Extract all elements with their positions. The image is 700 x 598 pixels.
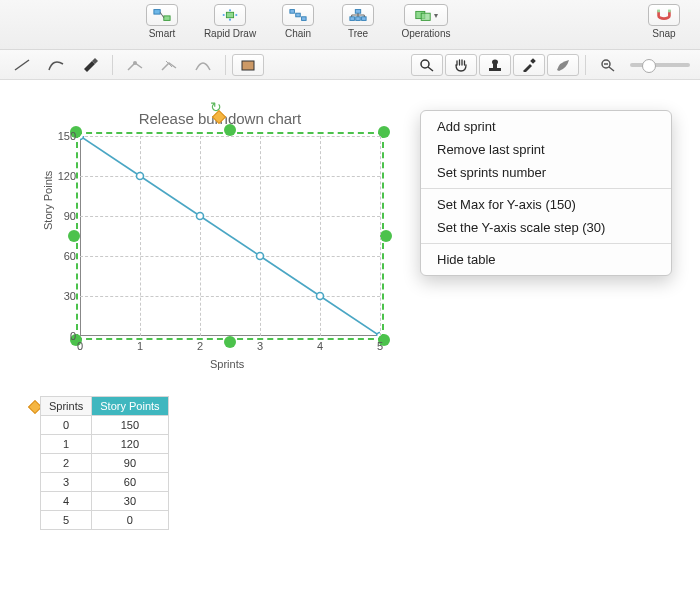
svg-line-21	[15, 60, 29, 70]
svg-rect-8	[290, 10, 295, 14]
smart-label: Smart	[132, 28, 192, 39]
table-row: 430	[41, 492, 169, 511]
x-axis-label: Sprints	[210, 358, 244, 370]
selection-handle-icon[interactable]	[224, 336, 236, 348]
svg-point-35	[137, 173, 144, 180]
rapid-label: Rapid Draw	[192, 28, 268, 39]
x-tick: 5	[377, 340, 383, 352]
table-row: 50	[41, 511, 169, 530]
menu-hide-table[interactable]: Hide table	[421, 248, 671, 271]
table-header-sprints[interactable]: Sprints	[41, 397, 92, 416]
menu-set-sprints-number[interactable]: Set sprints number	[421, 161, 671, 184]
y-tick: 120	[52, 170, 76, 182]
y-tick: 30	[52, 290, 76, 302]
svg-rect-13	[356, 17, 361, 21]
svg-point-4	[223, 14, 225, 16]
canvas-area[interactable]: ↻ Release burndown chart Story Points Sp…	[0, 80, 700, 598]
pen-tool-icon[interactable]	[74, 54, 106, 76]
table-row: 0150	[41, 416, 169, 435]
operations-button[interactable]: ▾ Operations	[388, 4, 464, 39]
svg-rect-1	[164, 16, 170, 21]
svg-rect-19	[657, 10, 660, 13]
curve-tool-icon[interactable]	[40, 54, 72, 76]
eyedropper-tool-icon[interactable]	[513, 54, 545, 76]
svg-rect-18	[421, 13, 430, 20]
svg-point-29	[492, 59, 498, 64]
x-tick: 0	[77, 340, 83, 352]
x-tick: 4	[317, 340, 323, 352]
svg-point-34	[80, 136, 84, 140]
operations-label: Operations	[388, 28, 464, 39]
svg-point-5	[235, 14, 237, 16]
edit-segment-icon[interactable]	[187, 54, 219, 76]
svg-point-38	[317, 293, 324, 300]
chain-button[interactable]: Chain	[268, 4, 328, 39]
y-tick: 0	[52, 330, 76, 342]
menu-remove-sprint[interactable]: Remove last sprint	[421, 138, 671, 161]
edit-point-remove-icon[interactable]	[153, 54, 185, 76]
selection-handle-icon[interactable]	[68, 230, 80, 242]
pan-tool-icon[interactable]	[445, 54, 477, 76]
svg-point-36	[197, 213, 204, 220]
table-row: 1120	[41, 435, 169, 454]
selection-handle-icon[interactable]	[224, 124, 236, 136]
main-toolbar: Smart Rapid Draw Chain Tree ▾ Operations…	[0, 0, 700, 50]
svg-point-22	[133, 61, 137, 65]
plot-area[interactable]: 0 1 2 3 4 5 0 30 60 90 120 150	[80, 136, 380, 336]
svg-line-26	[428, 67, 433, 71]
svg-rect-12	[350, 17, 355, 21]
svg-rect-14	[362, 17, 367, 21]
svg-line-33	[609, 67, 614, 71]
svg-point-25	[421, 60, 429, 68]
snap-button[interactable]: Snap	[636, 4, 692, 39]
fill-tool-icon[interactable]	[232, 54, 264, 76]
zoom-tool-icon[interactable]	[411, 54, 443, 76]
x-tick: 2	[197, 340, 203, 352]
tree-label: Tree	[328, 28, 388, 39]
zoom-out-icon[interactable]	[592, 54, 624, 76]
svg-rect-3	[226, 12, 233, 17]
line-tool-icon[interactable]	[6, 54, 38, 76]
svg-point-39	[377, 333, 381, 337]
stamp-tool-icon[interactable]	[479, 54, 511, 76]
svg-point-7	[229, 19, 231, 21]
svg-rect-20	[668, 10, 671, 13]
menu-set-y-max[interactable]: Set Max for Y-axis (150)	[421, 193, 671, 216]
chain-label: Chain	[268, 28, 328, 39]
chart-data-table[interactable]: Sprints Story Points 0150 1120 290 360 4…	[40, 396, 169, 530]
burndown-chart[interactable]: ↻ Release burndown chart Story Points Sp…	[30, 100, 410, 380]
x-tick: 3	[257, 340, 263, 352]
menu-set-y-step[interactable]: Set the Y-axis scale step (30)	[421, 216, 671, 239]
selection-handle-icon[interactable]	[380, 230, 392, 242]
svg-rect-24	[242, 61, 254, 70]
burndown-series	[80, 136, 380, 336]
svg-point-6	[229, 9, 231, 11]
smart-button[interactable]: Smart	[132, 4, 192, 39]
svg-rect-30	[530, 58, 536, 64]
chart-title: Release burndown chart	[30, 110, 410, 127]
y-tick: 60	[52, 250, 76, 262]
table-row: 360	[41, 473, 169, 492]
y-tick: 150	[52, 130, 76, 142]
menu-separator	[421, 188, 671, 189]
edit-point-add-icon[interactable]	[119, 54, 151, 76]
svg-rect-10	[302, 17, 307, 21]
menu-separator	[421, 243, 671, 244]
rapid-draw-button[interactable]: Rapid Draw	[192, 4, 268, 39]
sub-toolbar	[0, 50, 700, 80]
zoom-slider[interactable]	[630, 63, 690, 67]
table-row: 290	[41, 454, 169, 473]
snap-label: Snap	[636, 28, 692, 39]
table-header-points[interactable]: Story Points	[92, 397, 168, 416]
y-tick: 90	[52, 210, 76, 222]
svg-rect-9	[296, 13, 301, 17]
tree-button[interactable]: Tree	[328, 4, 388, 39]
svg-rect-0	[154, 10, 160, 15]
svg-rect-11	[355, 10, 360, 14]
svg-point-37	[257, 253, 264, 260]
svg-rect-27	[489, 68, 501, 71]
menu-add-sprint[interactable]: Add sprint	[421, 115, 671, 138]
brush-tool-icon[interactable]	[547, 54, 579, 76]
svg-line-2	[160, 12, 164, 17]
context-menu: Add sprint Remove last sprint Set sprint…	[420, 110, 672, 276]
